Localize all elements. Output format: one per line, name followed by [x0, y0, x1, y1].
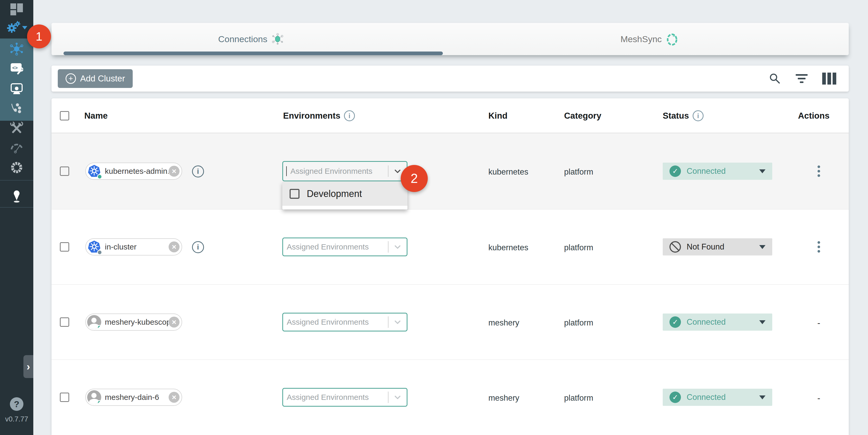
header-category[interactable]: Category: [564, 98, 601, 133]
chevron-down-icon[interactable]: [394, 394, 401, 401]
status-dot: [97, 325, 101, 329]
option-checkbox[interactable]: [289, 189, 300, 199]
info-icon[interactable]: i: [192, 165, 204, 178]
status-chip[interactable]: ✓ Connected: [663, 389, 772, 406]
chevron-down-icon[interactable]: [394, 168, 401, 175]
meshsync-tab-icon: »: [666, 32, 678, 46]
kind-cell: kubernetes: [488, 167, 528, 177]
sidebar-expand-button[interactable]: ›: [23, 355, 33, 378]
environments-select[interactable]: Assigned Environments: [282, 388, 407, 407]
search-icon[interactable]: [769, 72, 781, 85]
row-checkbox[interactable]: [60, 166, 69, 176]
actions-menu-icon[interactable]: [814, 163, 824, 180]
active-tab-indicator[interactable]: [63, 52, 443, 55]
table-row: meshery-dain-6 × Assigned Environments m…: [52, 360, 849, 435]
info-icon[interactable]: i: [192, 241, 204, 253]
svg-text:»: »: [673, 33, 675, 38]
row-checkbox[interactable]: [60, 393, 69, 402]
sidebar-divider: [0, 207, 33, 208]
tab-meshsync[interactable]: MeshSync »: [450, 23, 849, 55]
status-dot: [97, 174, 102, 179]
chevron-down-icon[interactable]: [394, 244, 401, 250]
connection-name-chip[interactable]: in-cluster ×: [85, 238, 182, 255]
environments-select[interactable]: Assigned Environments: [282, 238, 407, 256]
code-wrench-icon: <>: [10, 63, 23, 75]
close-icon[interactable]: ×: [168, 392, 180, 403]
actions-empty: -: [814, 393, 824, 403]
row-checkbox[interactable]: [60, 317, 69, 327]
connection-name-chip[interactable]: meshery-dain-6 ×: [85, 389, 182, 406]
sidebar-item-toolkit[interactable]: [0, 120, 33, 136]
sidebar-item-configuration[interactable]: <>: [0, 60, 33, 77]
actions-menu-icon[interactable]: [814, 238, 824, 255]
status-chip[interactable]: ✓ Connected: [663, 313, 772, 331]
connections-table: Name Environments i Kind Category Status…: [52, 98, 849, 435]
annotation-badge-2: 2: [401, 165, 428, 192]
info-icon[interactable]: i: [344, 110, 355, 121]
svg-text:<>: <>: [12, 65, 18, 70]
help-button[interactable]: ?: [10, 397, 23, 411]
category-cell: platform: [564, 318, 593, 328]
annotation-badge-1: 1: [27, 25, 51, 49]
close-icon[interactable]: ×: [168, 317, 180, 328]
sidebar-item-meshsync[interactable]: [0, 159, 33, 176]
caret-down-icon: [759, 245, 766, 249]
caret-down-icon: [759, 396, 766, 399]
table-row: meshery-kubescop... × Assigned Environme…: [52, 285, 849, 360]
environments-placeholder: Assigned Environments: [290, 167, 388, 176]
table-toolbar: + Add Cluster: [52, 66, 849, 92]
environments-select[interactable]: Assigned Environments: [282, 161, 407, 181]
check-circle-icon: ✓: [670, 392, 681, 403]
mesh-network-icon: [10, 42, 23, 56]
view-columns-icon[interactable]: [822, 72, 836, 85]
filter-icon[interactable]: [796, 74, 808, 83]
header-kind[interactable]: Kind: [488, 98, 507, 133]
avatar-icon: [87, 390, 101, 404]
sidebar-item-registry[interactable]: [0, 188, 33, 205]
chevron-down-icon[interactable]: [394, 319, 401, 325]
blocked-icon: [670, 241, 681, 253]
sidebar-item-dashboard[interactable]: [0, 1, 33, 18]
chevron-right-icon: ›: [27, 361, 30, 373]
table-header: Name Environments i Kind Category Status…: [52, 98, 849, 133]
header-status[interactable]: Status i: [663, 98, 704, 133]
environment-option-development[interactable]: Development: [282, 182, 407, 206]
select-divider: [388, 165, 389, 177]
close-icon[interactable]: ×: [168, 166, 180, 177]
header-name[interactable]: Name: [84, 98, 108, 133]
sidebar-item-connections[interactable]: [0, 40, 33, 57]
location-pin-icon: [10, 189, 23, 203]
check-circle-icon: ✓: [670, 316, 681, 328]
meshsync-snapshot-icon: [10, 161, 23, 174]
connection-name: kubernetes-admin...: [101, 167, 168, 176]
kubernetes-icon: [87, 164, 101, 178]
tab-bar: Connections MeshSync »: [52, 23, 849, 55]
plus-circle-icon: +: [66, 73, 76, 84]
sidebar-item-profile[interactable]: [0, 80, 33, 97]
header-environments[interactable]: Environments i: [283, 98, 355, 133]
environments-placeholder: Assigned Environments: [287, 393, 388, 402]
sidebar-item-performance[interactable]: [0, 139, 33, 156]
environments-select[interactable]: Assigned Environments: [282, 313, 407, 332]
close-icon[interactable]: ×: [168, 242, 180, 252]
row-checkbox[interactable]: [60, 242, 69, 252]
info-icon[interactable]: i: [693, 110, 704, 121]
question-mark-icon: ?: [14, 399, 20, 409]
kubernetes-icon: [87, 240, 101, 254]
connection-name: in-cluster: [101, 243, 168, 251]
add-cluster-button[interactable]: + Add Cluster: [58, 69, 133, 88]
dashboard-grid-icon: [10, 3, 23, 16]
sidebar-item-kanvas[interactable]: [0, 100, 33, 117]
chevron-down-icon: [22, 26, 27, 29]
connection-name-chip[interactable]: kubernetes-admin... ×: [85, 163, 182, 180]
tab-connections[interactable]: Connections: [52, 23, 450, 55]
category-cell: platform: [564, 243, 593, 252]
select-divider: [388, 316, 389, 328]
status-chip[interactable]: Not Found: [663, 238, 772, 255]
status-chip[interactable]: ✓ Connected: [663, 163, 772, 180]
connection-name-chip[interactable]: meshery-kubescop... ×: [85, 313, 182, 331]
environments-dropdown-menu: Development: [282, 182, 407, 210]
select-all-checkbox[interactable]: [60, 111, 69, 120]
app-version: v0.7.77: [0, 415, 33, 423]
caret-down-icon: [759, 169, 766, 173]
